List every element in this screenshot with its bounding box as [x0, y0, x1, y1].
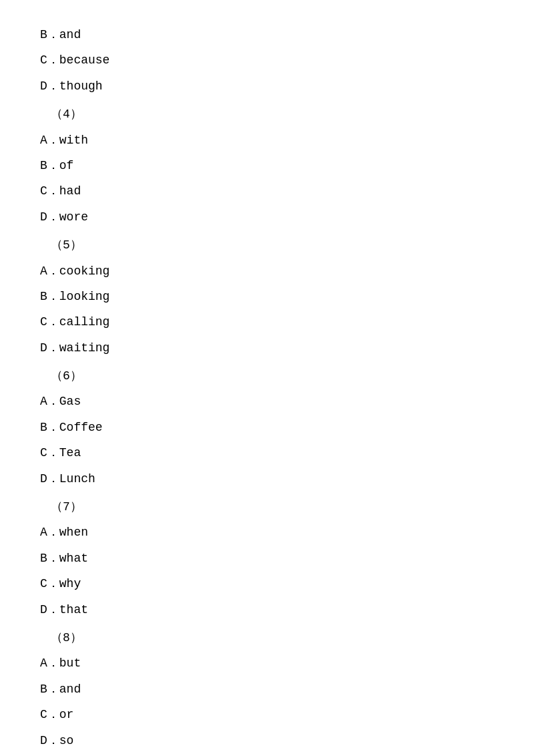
option-A4-with: A．with [40, 130, 494, 151]
option-B4-of: B．of [40, 155, 494, 176]
option-C6-Tea: C．Tea [40, 442, 494, 463]
section-label-6: （6） [51, 365, 494, 387]
option-A6-Gas: A．Gas [40, 391, 494, 412]
section-label-7: （7） [51, 496, 494, 518]
option-B5-looking: B．looking [40, 286, 494, 307]
option-A8-but: A．but [40, 652, 494, 674]
option-C4-had: C．had [40, 180, 494, 202]
section-label-5: （5） [51, 234, 494, 256]
main-content: B．and C．because D．though （4） A．with B．of… [0, 0, 534, 756]
option-D4-wore: D．wore [40, 206, 494, 228]
option-D-though: D．though [40, 75, 494, 97]
option-D8-so: D．so [40, 730, 494, 751]
option-D7-that: D．that [40, 599, 494, 620]
option-A5-cooking: A．cooking [40, 260, 494, 282]
option-B7-what: B．what [40, 548, 494, 569]
section-label-4: （4） [51, 104, 494, 125]
option-C7-why: C．why [40, 573, 494, 594]
option-B6-Coffee: B．Coffee [40, 417, 494, 438]
option-C-because: C．because [40, 49, 494, 71]
option-B-and: B．and [40, 24, 494, 45]
section-label-8: （8） [51, 627, 494, 648]
option-B8-and: B．and [40, 679, 494, 700]
option-C8-or: C．or [40, 704, 494, 725]
option-D5-waiting: D．waiting [40, 337, 494, 359]
option-C5-calling: C．calling [40, 311, 494, 333]
option-D6-Lunch: D．Lunch [40, 468, 494, 490]
option-A7-when: A．when [40, 522, 494, 543]
